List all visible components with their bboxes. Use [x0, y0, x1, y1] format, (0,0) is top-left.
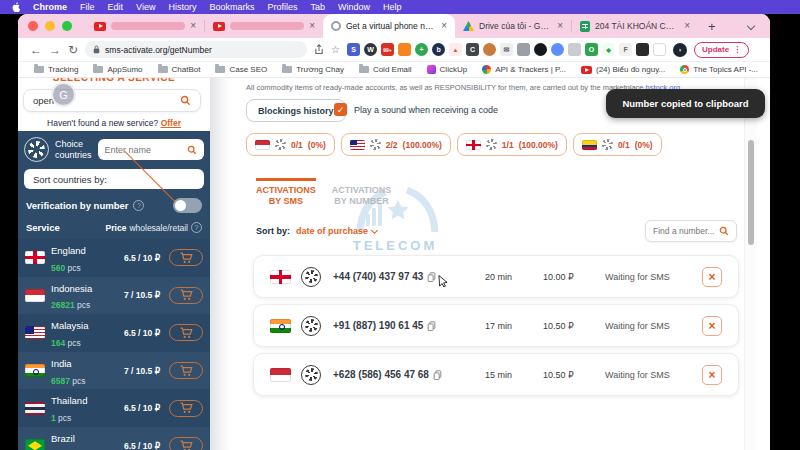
- phone-number[interactable]: +44 (740) 437 97 43: [333, 271, 423, 282]
- extension-icon[interactable]: +: [415, 43, 428, 56]
- back-button[interactable]: ←: [30, 44, 42, 56]
- menubar-item[interactable]: Chrome: [33, 2, 67, 12]
- country-stat-chip[interactable]: 2/2 (100.00%): [341, 133, 451, 156]
- find-number-input[interactable]: [653, 226, 719, 236]
- country-row[interactable]: Thailand 1 pcs 6.5 / 10 ₽: [18, 389, 210, 427]
- bookmark-item[interactable]: ClickUp: [427, 65, 468, 74]
- tab-sms-activate[interactable]: Get a virtual phone numbe ×: [323, 14, 455, 38]
- bookmark-item[interactable]: API & Trackers | P...: [482, 65, 566, 74]
- close-tab-icon[interactable]: ×: [557, 21, 563, 31]
- zoom-window-button[interactable]: [62, 21, 72, 31]
- reload-button[interactable]: ↻: [68, 44, 78, 56]
- country-row[interactable]: India 6587 pcs 7 / 10.5 ₽: [18, 352, 210, 390]
- extension-icon[interactable]: 99+: [381, 43, 394, 56]
- copy-icon[interactable]: [427, 321, 436, 331]
- verification-toggle[interactable]: [173, 198, 202, 213]
- extension-icon[interactable]: [653, 43, 666, 56]
- close-tab-icon[interactable]: ×: [309, 21, 315, 31]
- forward-button[interactable]: →: [49, 44, 61, 56]
- help-icon[interactable]: ?: [133, 200, 144, 211]
- bookmark-item[interactable]: The Topics API -...: [680, 65, 758, 74]
- service-search-box[interactable]: [23, 89, 201, 112]
- sort-countries-select[interactable]: Sort countries by:: [24, 169, 204, 189]
- menubar-item[interactable]: Profiles: [267, 2, 297, 12]
- new-tab-button[interactable]: +: [708, 19, 716, 34]
- tab-redacted-1[interactable]: ×: [86, 14, 204, 38]
- extension-icon[interactable]: C: [466, 43, 479, 56]
- tab-search-chevron-icon[interactable]: [747, 22, 755, 30]
- extension-icon[interactable]: [517, 43, 530, 56]
- blockings-history-button[interactable]: Blockings history: [246, 99, 346, 122]
- extension-icon[interactable]: [398, 43, 411, 56]
- tab-activations-by-number[interactable]: ACTIVATIONSBY NUMBER: [332, 178, 392, 207]
- extension-icon[interactable]: [636, 43, 649, 56]
- menubar-item[interactable]: History: [168, 2, 196, 12]
- country-stat-chip[interactable]: 1/1 (100.00%): [457, 133, 567, 156]
- bookmark-star-icon[interactable]: ☆: [331, 44, 340, 55]
- bookmark-item[interactable]: AppSumo: [93, 65, 142, 74]
- menubar-item[interactable]: Edit: [108, 2, 124, 12]
- scrollbar-track[interactable]: [744, 78, 757, 450]
- menubar-item[interactable]: Window: [338, 2, 370, 12]
- bookmark-item[interactable]: Tracking: [34, 65, 78, 74]
- tab-google-drive[interactable]: Drive của tôi - Google Dri ×: [455, 14, 571, 38]
- extension-icon[interactable]: F: [619, 43, 632, 56]
- country-row[interactable]: Malaysia 164 pcs 6.5 / 10 ₽: [18, 314, 210, 352]
- extension-icon[interactable]: ▲: [449, 43, 462, 56]
- tab-redacted-2[interactable]: ×: [205, 14, 323, 38]
- search-icon[interactable]: [180, 95, 191, 106]
- address-bar[interactable]: sms-activate.org/getNumber: [85, 41, 307, 58]
- buy-number-button[interactable]: [169, 437, 203, 450]
- phone-number[interactable]: +628 (586) 456 47 68: [333, 369, 429, 380]
- search-icon[interactable]: [187, 145, 197, 155]
- extension-icon[interactable]: b: [432, 43, 445, 56]
- extension-icon[interactable]: [568, 43, 581, 56]
- country-row[interactable]: Indonesia 26821 pcs 7 / 10.5 ₽: [18, 277, 210, 315]
- country-name-input[interactable]: [105, 145, 187, 155]
- extension-icon[interactable]: [551, 43, 564, 56]
- buy-number-button[interactable]: [169, 324, 203, 341]
- buy-number-button[interactable]: [169, 362, 203, 379]
- buy-number-button[interactable]: [169, 249, 203, 266]
- copy-icon[interactable]: [427, 272, 436, 282]
- close-tab-icon[interactable]: ×: [190, 21, 196, 31]
- scrollbar-thumb[interactable]: [748, 140, 754, 245]
- extension-icon[interactable]: [483, 43, 496, 56]
- country-stat-chip[interactable]: 0/1 (0%): [246, 133, 335, 156]
- find-number-box[interactable]: [645, 220, 737, 242]
- menubar-item[interactable]: Bookmarks: [209, 2, 254, 12]
- cancel-activation-button[interactable]: ×: [702, 316, 722, 336]
- country-name-search[interactable]: [98, 139, 204, 160]
- buy-number-button[interactable]: [169, 287, 203, 304]
- update-button[interactable]: Update ⋮: [694, 42, 749, 58]
- sort-by-dropdown[interactable]: date of purchase: [296, 226, 377, 236]
- help-icon[interactable]: ?: [191, 222, 202, 233]
- bookmark-item[interactable]: (24) Biểu đồ nguy...: [581, 65, 665, 74]
- extension-icon[interactable]: S: [347, 43, 360, 56]
- close-tab-icon[interactable]: ×: [684, 21, 690, 31]
- phone-number[interactable]: +91 (887) 190 61 45: [333, 320, 423, 331]
- close-tab-icon[interactable]: ×: [441, 21, 447, 31]
- share-icon[interactable]: [314, 44, 324, 55]
- cancel-activation-button[interactable]: ×: [702, 267, 722, 287]
- bookmark-item[interactable]: ChatBot: [158, 65, 201, 74]
- extension-icon[interactable]: W: [364, 43, 377, 56]
- profile-avatar[interactable]: ◗: [673, 43, 687, 57]
- menubar-item[interactable]: View: [136, 2, 155, 12]
- buy-number-button[interactable]: [169, 400, 203, 417]
- copy-icon[interactable]: [433, 370, 442, 380]
- menubar-item[interactable]: Help: [383, 2, 402, 12]
- bookmark-item[interactable]: Case SEO: [215, 65, 267, 74]
- tab-activations-by-sms[interactable]: ACTIVATIONSBY SMS: [256, 178, 316, 207]
- apple-icon[interactable]: [12, 2, 20, 12]
- country-row[interactable]: Brazil 1527 pcs 6.5 / 10 ₽: [18, 427, 210, 450]
- kebab-menu-icon[interactable]: ⋮: [733, 45, 741, 54]
- extension-icon[interactable]: ✉: [500, 43, 513, 56]
- search-icon[interactable]: [719, 226, 729, 236]
- country-stat-chip[interactable]: 0/1 (0%): [573, 133, 662, 156]
- bookmark-item[interactable]: Cold Email: [359, 65, 412, 74]
- menubar-item[interactable]: Tab: [310, 2, 325, 12]
- cancel-activation-button[interactable]: ×: [702, 365, 722, 385]
- bookmark-item[interactable]: Trường Chay: [282, 65, 344, 74]
- offer-link[interactable]: Offer: [161, 118, 181, 128]
